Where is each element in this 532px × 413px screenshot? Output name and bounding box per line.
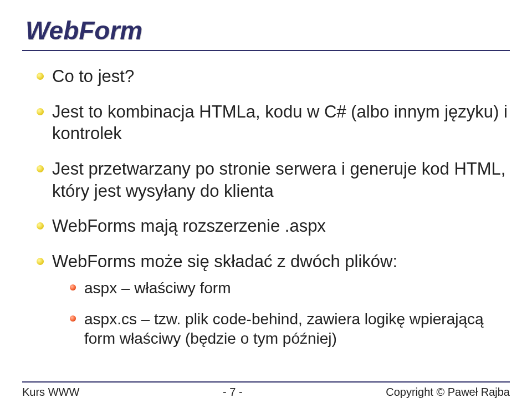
title-divider <box>22 50 510 51</box>
slide: WebForm Co to jest? Jest to kombinacja H… <box>0 0 532 413</box>
footer-left: Kurs WWW <box>22 386 79 399</box>
footer-page-number: - 7 - <box>223 386 243 399</box>
bullet-l1: Jest to kombinacja HTMLa, kodu w C# (alb… <box>37 101 510 145</box>
bullet-l1: WebForms może się składać z dwóch plików… <box>37 251 510 349</box>
footer: Kurs WWW - 7 - Copyright © Paweł Rajba <box>22 381 510 399</box>
bullet-l2: aspx – właściwy form <box>70 278 510 298</box>
bullet-l1-text: WebForms może się składać z dwóch plików… <box>52 252 397 271</box>
sub-list: aspx – właściwy form aspx.cs – tzw. plik… <box>70 278 510 349</box>
footer-divider <box>22 381 510 383</box>
slide-title: WebForm <box>22 16 510 45</box>
bullet-l2: aspx.cs – tzw. plik code-behind, zawiera… <box>70 309 510 349</box>
footer-row: Kurs WWW - 7 - Copyright © Paweł Rajba <box>22 386 510 399</box>
bullet-l1: Jest przetwarzany po stronie serwera i g… <box>37 158 510 202</box>
bullet-l1: WebForms mają rozszerzenie .aspx <box>37 215 510 237</box>
footer-right: Copyright © Paweł Rajba <box>386 386 510 399</box>
bullet-l1: Co to jest? <box>37 65 510 88</box>
content-area: Co to jest? Jest to kombinacja HTMLa, ko… <box>22 65 510 349</box>
